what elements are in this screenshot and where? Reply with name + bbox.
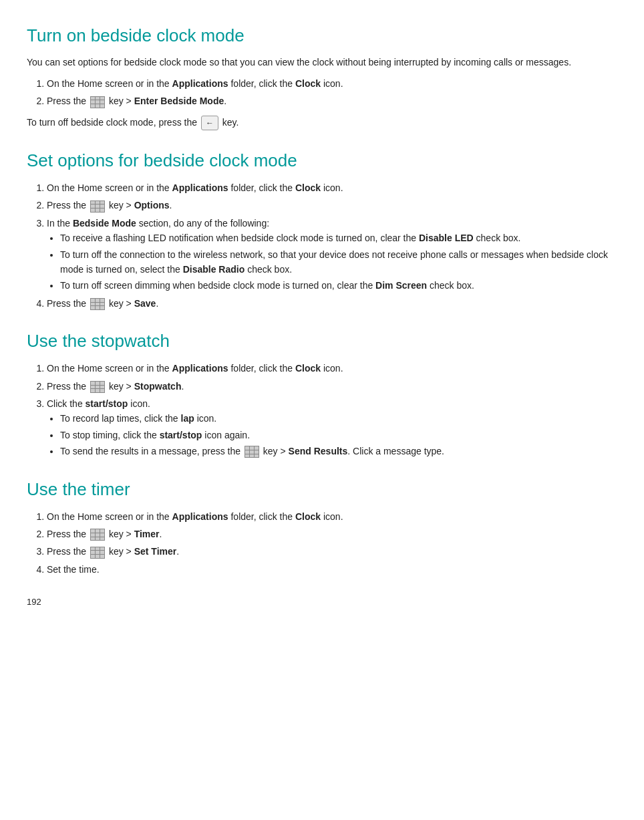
menu-key-icon <box>89 546 106 557</box>
menu-key-icon <box>89 381 106 392</box>
steps-list: On the Home screen or in the Application… <box>47 76 617 109</box>
section-intro: You can set options for bedside clock mo… <box>27 55 617 70</box>
step-item: Press the key > Enter Bedside Mode. <box>47 94 617 108</box>
step-item: Press the key > Save. <box>47 296 617 311</box>
bullet-item: To record lap times, click the lap icon. <box>60 411 617 426</box>
step-item: In the Bedside Mode section, do any of t… <box>47 216 617 293</box>
step-item: On the Home screen or in the Application… <box>47 180 617 195</box>
bullet-item: To send the results in a message, press … <box>60 444 617 458</box>
main-content: Turn on bedside clock modeYou can set op… <box>27 25 617 577</box>
section-title-use-timer: Use the timer <box>27 479 617 500</box>
step-item: Press the key > Options. <box>47 198 617 213</box>
page-number: 192 <box>27 597 617 607</box>
step-item: Press the key > Timer. <box>47 527 617 541</box>
step-item: Set the time. <box>47 562 617 577</box>
step-item: Press the key > Stopwatch. <box>47 379 617 394</box>
step-item: On the Home screen or in the Application… <box>47 509 617 524</box>
section-bedside-clock-mode: Turn on bedside clock modeYou can set op… <box>27 25 617 130</box>
section-use-timer: Use the timerOn the Home screen or in th… <box>27 479 617 577</box>
step-item: Press the key > Set Timer. <box>47 544 617 559</box>
steps-list: On the Home screen or in the Application… <box>47 361 617 458</box>
section-use-stopwatch: Use the stopwatchOn the Home screen or i… <box>27 331 617 458</box>
section-note: To turn off bedside clock mode, press th… <box>27 116 617 130</box>
back-key-icon: ← <box>201 116 218 130</box>
section-title-set-options-bedside: Set options for bedside clock mode <box>27 150 617 171</box>
bullet-list: To receive a flashing LED notification w… <box>60 231 617 293</box>
section-title-use-stopwatch: Use the stopwatch <box>27 331 617 352</box>
menu-key-icon <box>89 200 106 211</box>
step-item: On the Home screen or in the Application… <box>47 361 617 376</box>
steps-list: On the Home screen or in the Application… <box>47 509 617 577</box>
menu-key-icon <box>89 298 106 309</box>
section-title-bedside-clock-mode: Turn on bedside clock mode <box>27 25 617 46</box>
step-item: On the Home screen or in the Application… <box>47 76 617 91</box>
bullet-item: To receive a flashing LED notification w… <box>60 231 617 245</box>
bullet-item: To stop timing, click the start/stop ico… <box>60 428 617 442</box>
menu-key-icon <box>243 446 261 456</box>
bullet-item: To turn off screen dimming when bedside … <box>60 278 617 293</box>
steps-list: On the Home screen or in the Application… <box>47 180 617 311</box>
menu-key-icon <box>89 96 106 106</box>
bullet-item: To turn off the connection to the wirele… <box>60 247 617 277</box>
bullet-list: To record lap times, click the lap icon.… <box>60 411 617 458</box>
section-set-options-bedside: Set options for bedside clock modeOn the… <box>27 150 617 311</box>
menu-key-icon <box>89 529 106 539</box>
step-item: Click the start/stop icon.To record lap … <box>47 396 617 459</box>
